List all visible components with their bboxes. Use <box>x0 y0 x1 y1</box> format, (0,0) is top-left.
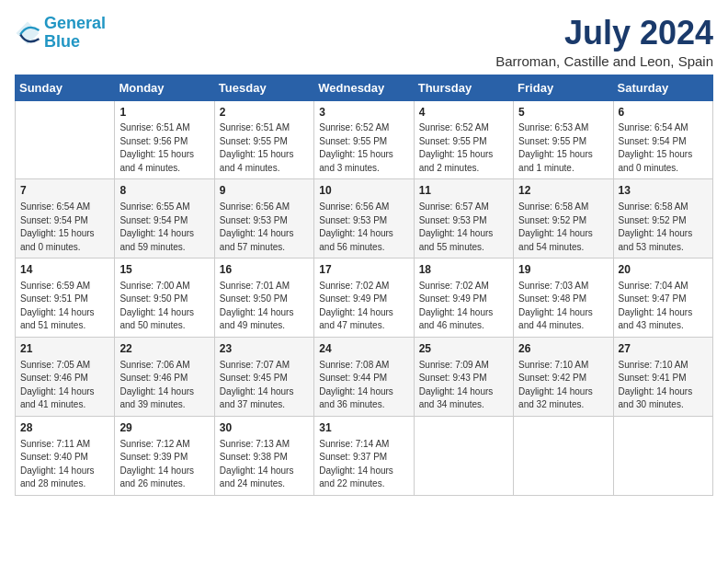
day-number: 20 <box>619 262 708 278</box>
day-info: Sunrise: 7:03 AMSunset: 9:48 PMDaylight:… <box>518 280 608 333</box>
day-number: 11 <box>419 183 508 199</box>
day-info: Sunrise: 7:04 AMSunset: 9:47 PMDaylight:… <box>619 280 708 333</box>
day-info: Sunrise: 7:13 AMSunset: 9:38 PMDaylight:… <box>220 438 309 491</box>
calendar-cell: 19Sunrise: 7:03 AMSunset: 9:48 PMDayligh… <box>514 259 613 338</box>
day-number: 29 <box>119 420 209 436</box>
calendar-cell: 5Sunrise: 6:53 AMSunset: 9:55 PMDaylight… <box>514 100 613 179</box>
weekday-header-row: SundayMondayTuesdayWednesdayThursdayFrid… <box>16 75 713 100</box>
calendar-cell: 28Sunrise: 7:11 AMSunset: 9:40 PMDayligh… <box>16 416 115 495</box>
day-info: Sunrise: 7:10 AMSunset: 9:41 PMDaylight:… <box>619 359 708 412</box>
day-info: Sunrise: 7:01 AMSunset: 9:50 PMDaylight:… <box>220 280 309 333</box>
week-row-4: 21Sunrise: 7:05 AMSunset: 9:46 PMDayligh… <box>16 337 713 416</box>
day-number: 9 <box>220 183 309 199</box>
calendar-cell: 22Sunrise: 7:06 AMSunset: 9:46 PMDayligh… <box>115 337 214 416</box>
calendar-cell <box>613 416 712 495</box>
day-number: 17 <box>319 262 408 278</box>
calendar-cell: 30Sunrise: 7:13 AMSunset: 9:38 PMDayligh… <box>214 416 313 495</box>
day-info: Sunrise: 7:05 AMSunset: 9:46 PMDaylight:… <box>20 359 109 412</box>
day-number: 27 <box>619 341 708 357</box>
calendar-cell: 24Sunrise: 7:08 AMSunset: 9:44 PMDayligh… <box>314 337 414 416</box>
calendar-cell: 15Sunrise: 7:00 AMSunset: 9:50 PMDayligh… <box>115 259 214 338</box>
day-info: Sunrise: 7:02 AMSunset: 9:49 PMDaylight:… <box>319 280 408 333</box>
day-number: 21 <box>20 341 109 357</box>
day-number: 26 <box>518 341 608 357</box>
logo-icon <box>15 20 40 46</box>
week-row-3: 14Sunrise: 6:59 AMSunset: 9:51 PMDayligh… <box>16 259 713 338</box>
calendar-cell: 8Sunrise: 6:55 AMSunset: 9:54 PMDaylight… <box>115 179 214 259</box>
day-number: 28 <box>20 420 109 436</box>
day-number: 10 <box>319 183 408 199</box>
day-number: 12 <box>518 183 608 199</box>
day-info: Sunrise: 7:00 AMSunset: 9:50 PMDaylight:… <box>119 280 209 333</box>
day-number: 31 <box>319 420 408 436</box>
calendar-cell: 9Sunrise: 6:56 AMSunset: 9:53 PMDaylight… <box>214 179 313 259</box>
calendar-cell: 7Sunrise: 6:54 AMSunset: 9:54 PMDaylight… <box>16 179 115 259</box>
day-info: Sunrise: 6:58 AMSunset: 9:52 PMDaylight:… <box>518 201 608 254</box>
day-info: Sunrise: 6:57 AMSunset: 9:53 PMDaylight:… <box>419 201 508 254</box>
day-number: 14 <box>20 262 109 278</box>
day-info: Sunrise: 6:52 AMSunset: 9:55 PMDaylight:… <box>319 121 408 175</box>
day-number: 18 <box>419 262 508 278</box>
logo-text: General Blue <box>44 15 106 52</box>
logo: General Blue <box>15 15 106 52</box>
week-row-2: 7Sunrise: 6:54 AMSunset: 9:54 PMDaylight… <box>16 179 713 259</box>
day-info: Sunrise: 6:54 AMSunset: 9:54 PMDaylight:… <box>20 201 109 254</box>
page-header: General Blue July 2024 Barroman, Castill… <box>15 15 713 69</box>
day-info: Sunrise: 7:12 AMSunset: 9:39 PMDaylight:… <box>119 438 209 491</box>
calendar-cell: 3Sunrise: 6:52 AMSunset: 9:55 PMDaylight… <box>314 100 414 179</box>
subtitle: Barroman, Castille and Leon, Spain <box>495 53 713 69</box>
calendar-cell: 27Sunrise: 7:10 AMSunset: 9:41 PMDayligh… <box>613 337 712 416</box>
calendar-cell: 26Sunrise: 7:10 AMSunset: 9:42 PMDayligh… <box>514 337 613 416</box>
calendar-cell: 17Sunrise: 7:02 AMSunset: 9:49 PMDayligh… <box>314 259 414 338</box>
day-number: 15 <box>119 262 209 278</box>
calendar-cell: 6Sunrise: 6:54 AMSunset: 9:54 PMDaylight… <box>613 100 712 179</box>
day-number: 8 <box>119 183 209 199</box>
weekday-header-tuesday: Tuesday <box>214 75 313 100</box>
day-info: Sunrise: 7:14 AMSunset: 9:37 PMDaylight:… <box>319 438 408 491</box>
calendar-cell <box>514 416 613 495</box>
day-number: 3 <box>319 105 408 121</box>
calendar-cell: 18Sunrise: 7:02 AMSunset: 9:49 PMDayligh… <box>414 259 513 338</box>
weekday-header-monday: Monday <box>115 75 214 100</box>
day-number: 1 <box>119 105 209 121</box>
title-block: July 2024 Barroman, Castille and Leon, S… <box>495 15 713 69</box>
day-number: 13 <box>619 183 708 199</box>
calendar-cell: 23Sunrise: 7:07 AMSunset: 9:45 PMDayligh… <box>214 337 313 416</box>
weekday-header-thursday: Thursday <box>414 75 513 100</box>
day-info: Sunrise: 7:10 AMSunset: 9:42 PMDaylight:… <box>518 359 608 412</box>
day-number: 5 <box>518 105 608 121</box>
calendar-cell: 16Sunrise: 7:01 AMSunset: 9:50 PMDayligh… <box>214 259 313 338</box>
day-info: Sunrise: 6:55 AMSunset: 9:54 PMDaylight:… <box>119 201 209 254</box>
calendar-cell: 31Sunrise: 7:14 AMSunset: 9:37 PMDayligh… <box>314 416 414 495</box>
weekday-header-wednesday: Wednesday <box>314 75 414 100</box>
calendar-cell <box>16 100 115 179</box>
day-number: 6 <box>619 105 708 121</box>
main-title: July 2024 <box>495 15 713 52</box>
week-row-5: 28Sunrise: 7:11 AMSunset: 9:40 PMDayligh… <box>16 416 713 495</box>
day-number: 24 <box>319 341 408 357</box>
calendar-table: SundayMondayTuesdayWednesdayThursdayFrid… <box>15 75 713 496</box>
day-info: Sunrise: 6:51 AMSunset: 9:56 PMDaylight:… <box>119 121 209 175</box>
day-info: Sunrise: 7:08 AMSunset: 9:44 PMDaylight:… <box>319 359 408 412</box>
calendar-cell: 10Sunrise: 6:56 AMSunset: 9:53 PMDayligh… <box>314 179 414 259</box>
day-info: Sunrise: 6:54 AMSunset: 9:54 PMDaylight:… <box>619 121 708 175</box>
calendar-cell: 14Sunrise: 6:59 AMSunset: 9:51 PMDayligh… <box>16 259 115 338</box>
day-info: Sunrise: 6:56 AMSunset: 9:53 PMDaylight:… <box>319 201 408 254</box>
weekday-header-saturday: Saturday <box>613 75 712 100</box>
day-number: 25 <box>419 341 508 357</box>
calendar-cell: 2Sunrise: 6:51 AMSunset: 9:55 PMDaylight… <box>214 100 313 179</box>
day-info: Sunrise: 6:53 AMSunset: 9:55 PMDaylight:… <box>518 121 608 175</box>
day-number: 23 <box>220 341 309 357</box>
calendar-cell <box>414 416 513 495</box>
calendar-cell: 1Sunrise: 6:51 AMSunset: 9:56 PMDaylight… <box>115 100 214 179</box>
day-info: Sunrise: 7:06 AMSunset: 9:46 PMDaylight:… <box>119 359 209 412</box>
day-info: Sunrise: 6:51 AMSunset: 9:55 PMDaylight:… <box>220 121 309 175</box>
day-info: Sunrise: 7:07 AMSunset: 9:45 PMDaylight:… <box>220 359 309 412</box>
day-info: Sunrise: 7:02 AMSunset: 9:49 PMDaylight:… <box>419 280 508 333</box>
day-info: Sunrise: 6:56 AMSunset: 9:53 PMDaylight:… <box>220 201 309 254</box>
calendar-cell: 29Sunrise: 7:12 AMSunset: 9:39 PMDayligh… <box>115 416 214 495</box>
day-number: 30 <box>220 420 309 436</box>
calendar-cell: 13Sunrise: 6:58 AMSunset: 9:52 PMDayligh… <box>613 179 712 259</box>
weekday-header-sunday: Sunday <box>16 75 115 100</box>
day-number: 4 <box>419 105 508 121</box>
